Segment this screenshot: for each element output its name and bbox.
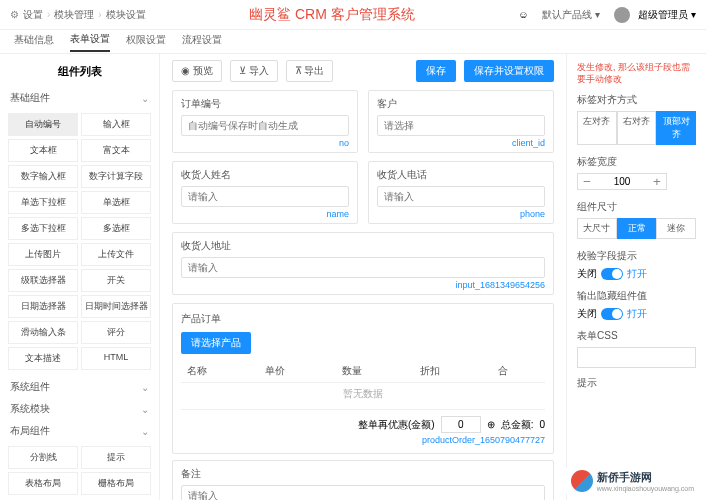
system-title: 幽灵鲨 CRM 客户管理系统 <box>146 6 519 24</box>
align-top-button[interactable]: 顶部对齐 <box>656 111 696 145</box>
size-mini-button[interactable]: 迷你 <box>656 218 696 239</box>
align-left-button[interactable]: 左对齐 <box>577 111 617 145</box>
component-item[interactable]: 级联选择器 <box>8 269 78 292</box>
left-panel: 组件列表 基础组件⌄ 自动编号输入框文本框富文本数字输入框数字计算字段单选下拉框… <box>0 54 160 500</box>
customer-select[interactable] <box>377 115 545 136</box>
component-item[interactable]: 上传文件 <box>81 243 151 266</box>
align-right-button[interactable]: 右对齐 <box>617 111 657 145</box>
breadcrumb: ⚙ 设置 › 模块管理 › 模块设置 <box>10 8 146 22</box>
chevron-down-icon: ⌄ <box>141 426 149 437</box>
section-layout-components[interactable]: 布局组件⌄ <box>8 420 151 442</box>
watermark-logo-icon <box>571 470 593 492</box>
section-basic-components[interactable]: 基础组件⌄ <box>8 87 151 109</box>
component-list-title: 组件列表 <box>8 60 151 87</box>
component-item[interactable]: 文本框 <box>8 139 78 162</box>
component-item[interactable]: 输入框 <box>81 113 151 136</box>
export-button[interactable]: ⊼ 导出 <box>286 60 334 82</box>
field-consignee-addr[interactable]: 收货人地址 input_1681349654256 <box>172 232 554 295</box>
component-item[interactable]: 数字计算字段 <box>81 165 151 188</box>
center-panel: ◉ 预览 ⊻ 导入 ⊼ 导出 保存 保存并设置权限 订单编号 no 客户 cli… <box>160 54 566 500</box>
chevron-down-icon: ⌄ <box>141 93 149 104</box>
avatar[interactable] <box>614 7 630 23</box>
section-system-modules[interactable]: 系统模块⌄ <box>8 398 151 420</box>
table-header: 折扣 <box>414 360 492 383</box>
component-item[interactable]: 提示 <box>81 446 151 469</box>
tab-form-settings[interactable]: 表单设置 <box>70 32 110 52</box>
plus-button[interactable]: + <box>648 174 666 189</box>
field-consignee-phone[interactable]: 收货人电话 phone <box>368 161 554 224</box>
preview-button[interactable]: ◉ 预览 <box>172 60 222 82</box>
breadcrumb-module-settings: 模块设置 <box>106 8 146 22</box>
consignee-addr-input[interactable] <box>181 257 545 278</box>
consignee-phone-input[interactable] <box>377 186 545 207</box>
component-item[interactable]: 表格布局 <box>8 472 78 495</box>
gear-icon: ⚙ <box>10 9 19 20</box>
remark-input[interactable] <box>181 485 545 500</box>
field-binding: name <box>181 209 349 219</box>
user-name[interactable]: 超级管理员 ▾ <box>638 8 696 22</box>
table-header: 单价 <box>259 360 337 383</box>
label-width-input[interactable] <box>596 176 648 187</box>
chevron-down-icon: ⌄ <box>141 404 149 415</box>
select-product-button[interactable]: 请选择产品 <box>181 332 251 354</box>
order-no-input[interactable] <box>181 115 349 136</box>
label-width-stepper[interactable]: − + <box>577 173 667 190</box>
component-item[interactable]: 评分 <box>81 321 151 344</box>
minus-button[interactable]: − <box>578 174 596 189</box>
stepper-icon[interactable]: ⊕ <box>487 419 495 430</box>
component-size-group: 大尺寸 正常 迷你 <box>577 218 696 239</box>
component-item[interactable]: 日期时间选择器 <box>81 295 151 318</box>
component-item[interactable]: 文本描述 <box>8 347 78 370</box>
section-system-components[interactable]: 系统组件⌄ <box>8 376 151 398</box>
discount-input[interactable]: 0 <box>441 416 481 433</box>
save-button[interactable]: 保存 <box>416 60 456 82</box>
component-item[interactable]: 分割线 <box>8 446 78 469</box>
field-remark[interactable]: 备注 <box>172 460 554 500</box>
field-order-no[interactable]: 订单编号 no <box>172 90 358 153</box>
component-item[interactable]: 单选下拉框 <box>8 191 78 214</box>
component-item[interactable]: HTML <box>81 347 151 370</box>
component-item[interactable]: 栅格布局 <box>81 472 151 495</box>
field-binding: no <box>181 138 349 148</box>
component-item[interactable]: 多选框 <box>81 217 151 240</box>
field-hint-toggle[interactable] <box>601 268 623 280</box>
tab-basic-info[interactable]: 基础信息 <box>14 33 54 51</box>
table-header: 名称 <box>181 360 259 383</box>
hidden-value-toggle[interactable] <box>601 308 623 320</box>
field-product-order[interactable]: 产品订单 请选择产品 名称单价数量折扣合 暂无数据 整单再优惠(金额) 0 ⊕ … <box>172 303 554 454</box>
product-line[interactable]: 默认产品线 ▾ <box>536 6 606 24</box>
import-button[interactable]: ⊻ 导入 <box>230 60 278 82</box>
table-header: 数量 <box>336 360 414 383</box>
size-normal-button[interactable]: 正常 <box>617 218 657 239</box>
component-item[interactable]: 富文本 <box>81 139 151 162</box>
tabs: 基础信息 表单设置 权限设置 流程设置 <box>0 30 706 54</box>
component-item[interactable]: 自动编号 <box>8 113 78 136</box>
field-customer[interactable]: 客户 client_id <box>368 90 554 153</box>
component-item[interactable]: 开关 <box>81 269 151 292</box>
component-item[interactable]: 单选框 <box>81 191 151 214</box>
label-align-group: 左对齐 右对齐 顶部对齐 <box>577 111 696 145</box>
size-large-button[interactable]: 大尺寸 <box>577 218 617 239</box>
breadcrumb-module-manage[interactable]: 模块管理 <box>54 8 94 22</box>
save-permission-button[interactable]: 保存并设置权限 <box>464 60 554 82</box>
component-item[interactable]: 日期选择器 <box>8 295 78 318</box>
component-item[interactable]: 多选下拉框 <box>8 217 78 240</box>
component-item[interactable]: 上传图片 <box>8 243 78 266</box>
component-item[interactable]: 滑动输入条 <box>8 321 78 344</box>
chevron-down-icon: ⌄ <box>141 382 149 393</box>
component-item[interactable]: 数字输入框 <box>8 165 78 188</box>
tab-permission[interactable]: 权限设置 <box>126 33 166 51</box>
field-binding: phone <box>377 209 545 219</box>
field-binding: productOrder_1650790477727 <box>181 435 545 445</box>
form-css-input[interactable] <box>577 347 696 368</box>
breadcrumb-settings[interactable]: 设置 <box>23 8 43 22</box>
consignee-name-input[interactable] <box>181 186 349 207</box>
tab-flow[interactable]: 流程设置 <box>182 33 222 51</box>
field-consignee-name[interactable]: 收货人姓名 name <box>172 161 358 224</box>
warning-text: 发生修改, 那么该组子段也需要手动修改 <box>577 62 696 85</box>
total-amount: 0 <box>539 419 545 430</box>
notification-icon[interactable]: ☺ <box>518 9 528 20</box>
table-header: 合 <box>492 360 545 383</box>
field-binding: input_1681349654256 <box>181 280 545 290</box>
watermark: 新侨手游网 www.xinqiaoshouyouwang.com <box>565 468 700 494</box>
